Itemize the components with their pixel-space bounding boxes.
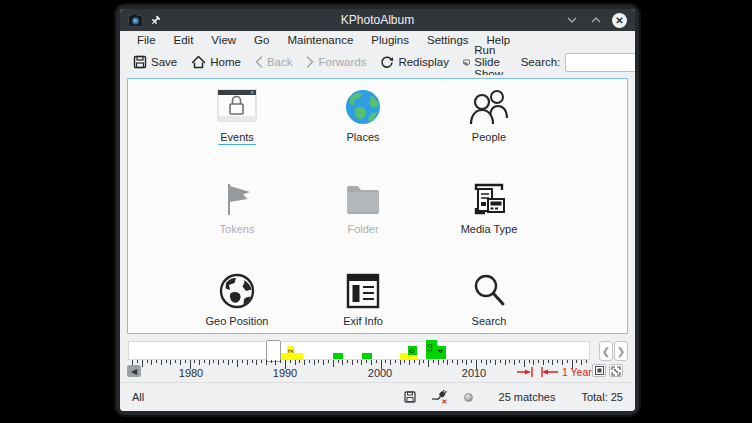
total-count: Total: 25 (581, 391, 623, 403)
year-label-2000: 2000 (368, 367, 392, 379)
redisplay-button[interactable]: Redisplay (375, 53, 454, 71)
category-media-type[interactable]: Media Type (426, 175, 552, 267)
datebar-histogram[interactable]: 26104 (128, 341, 590, 360)
close-button[interactable]: ✕ (612, 13, 627, 28)
dirty-indicator-icon (404, 391, 416, 403)
home-icon (191, 55, 206, 69)
category-label: Tokens (218, 223, 257, 236)
browser-view: Events Places People (127, 78, 628, 334)
category-tokens[interactable]: Tokens (174, 175, 300, 267)
menu-file[interactable]: File (129, 33, 164, 47)
lock-led-indicator (464, 393, 473, 402)
datebar-bar-1998[interactable] (362, 353, 372, 359)
category-folder[interactable]: Folder (300, 175, 426, 267)
category-label: Media Type (459, 223, 520, 236)
events-window-lock-icon (215, 86, 259, 128)
bar-count-label: 10 (426, 339, 437, 358)
category-label: Folder (345, 223, 380, 236)
category-label: Search (470, 315, 509, 328)
category-label: Exif Info (341, 315, 385, 328)
resolution-arrows-icon (515, 366, 559, 378)
menu-go[interactable]: Go (246, 33, 277, 47)
statusbar: All ✕ 25 matches Total: 25 (120, 382, 635, 411)
year-label-2010: 2010 (462, 367, 486, 379)
category-places[interactable]: Places (300, 83, 426, 175)
slideshow-icon (463, 55, 470, 70)
magnifier-icon (470, 270, 508, 312)
datebar-zoom-in-button[interactable] (592, 364, 606, 377)
menu-edit[interactable]: Edit (166, 33, 202, 47)
year-label-1990: 1990 (273, 367, 297, 379)
datebar-bar-2003[interactable]: 6 (408, 346, 417, 359)
search-input[interactable] (565, 53, 635, 72)
back-button[interactable]: Back (250, 54, 298, 70)
globe-color-icon (344, 86, 382, 128)
globe-outline-icon (218, 270, 256, 312)
datebar-bar-2006[interactable]: 4 (437, 346, 446, 359)
window-frame: KPhotoAlbum ✕ File Edit View Go Maintena… (116, 5, 639, 415)
category-browser: Events Places People (120, 75, 635, 338)
menu-plugins[interactable]: Plugins (363, 33, 417, 47)
titlebar[interactable]: KPhotoAlbum ✕ (120, 9, 635, 31)
datebar-bar-1991[interactable] (294, 353, 303, 359)
category-label: People (470, 131, 508, 144)
minimize-button[interactable] (564, 12, 580, 28)
home-button[interactable]: Home (186, 53, 246, 71)
datebar-bar-1995[interactable] (333, 353, 343, 359)
menu-view[interactable]: View (203, 33, 244, 47)
menubar: File Edit View Go Maintenance Plugins Se… (120, 31, 635, 49)
category-events[interactable]: Events (174, 83, 300, 175)
bar-count-label: 4 (437, 345, 446, 358)
match-count: 25 matches (499, 391, 556, 403)
category-grid: Events Places People (174, 83, 554, 329)
search-label: Search: (521, 56, 561, 68)
category-label: Places (344, 131, 381, 144)
bar-count-label: 6 (408, 345, 417, 358)
media-frames-icon (470, 178, 508, 220)
window-title: KPhotoAlbum (120, 13, 635, 27)
status-context: All (132, 391, 144, 403)
category-people[interactable]: People (426, 83, 552, 175)
datebar-next-button[interactable]: ❯ (614, 341, 628, 361)
forwards-button[interactable]: Forwards (301, 54, 371, 70)
svg-text:✕: ✕ (441, 398, 447, 405)
save-button[interactable]: Save (128, 53, 182, 71)
datebar-prev-button[interactable]: ❮ (599, 341, 613, 361)
resolution-label: 1 Year (562, 366, 592, 378)
menu-maintenance[interactable]: Maintenance (279, 33, 361, 47)
maximize-button[interactable] (588, 12, 604, 28)
datebar-bar-1990[interactable]: 2 (287, 346, 294, 359)
back-icon (255, 56, 263, 68)
bar-count-label: 2 (287, 345, 294, 358)
document-info-icon (346, 270, 380, 312)
folder-icon (343, 178, 383, 220)
datebar-bar-2005[interactable]: 10 (426, 340, 437, 359)
category-label: Geo Position (204, 315, 271, 328)
forward-icon (306, 56, 314, 68)
datebar-zoom-out-button[interactable] (609, 364, 623, 377)
toolbar: Save Home Back Forwards Redisplay Run Sl… (120, 49, 635, 75)
datebar-resolution-indicator: 1 Year (515, 366, 592, 378)
flag-icon (219, 178, 255, 220)
datebar-first-image-button[interactable]: ◀ (127, 365, 141, 377)
kphotoalbum-window: KPhotoAlbum ✕ File Edit View Go Maintena… (120, 9, 635, 411)
save-icon (133, 55, 147, 69)
datebar-bar-2002[interactable] (400, 353, 408, 359)
two-people-icon (468, 86, 510, 128)
year-label-1980: 1980 (179, 367, 203, 379)
thumbnail-connection-icon: ✕ (432, 390, 448, 405)
category-label: Events (218, 131, 256, 145)
redisplay-icon (380, 55, 394, 69)
datebar: 26104 1980199020002010 ❮ ❯ ◀ 1 Year (120, 338, 635, 382)
datebar-focus-box[interactable] (266, 340, 281, 362)
